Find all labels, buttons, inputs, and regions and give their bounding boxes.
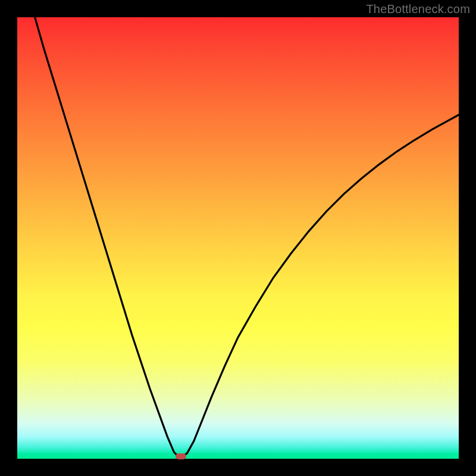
curve-right-branch	[183, 115, 459, 456]
bottleneck-curve	[17, 17, 459, 459]
curve-left-branch	[35, 17, 178, 456]
chart-plot-area	[17, 17, 459, 459]
watermark-label: TheBottleneck.com	[366, 2, 470, 16]
optimal-point-marker	[176, 453, 186, 459]
